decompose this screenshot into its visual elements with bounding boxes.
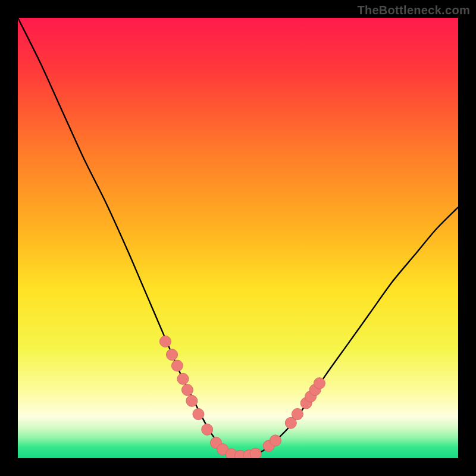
chart-stage: TheBottleneck.com: [0, 0, 476, 476]
marker-point: [270, 435, 281, 446]
marker-point: [159, 336, 171, 347]
marker-point: [186, 395, 198, 406]
marker-point: [250, 448, 261, 459]
marker-point: [193, 409, 204, 420]
marker-point: [171, 360, 183, 371]
marker-point: [167, 349, 178, 361]
marker-point: [202, 424, 213, 435]
watermark-text: TheBottleneck.com: [357, 4, 470, 17]
chart-svg: [0, 0, 476, 476]
plot-background: [18, 18, 458, 458]
marker-point: [181, 384, 193, 396]
marker-point: [314, 378, 325, 389]
marker-point: [177, 373, 189, 384]
marker-point: [292, 409, 303, 420]
